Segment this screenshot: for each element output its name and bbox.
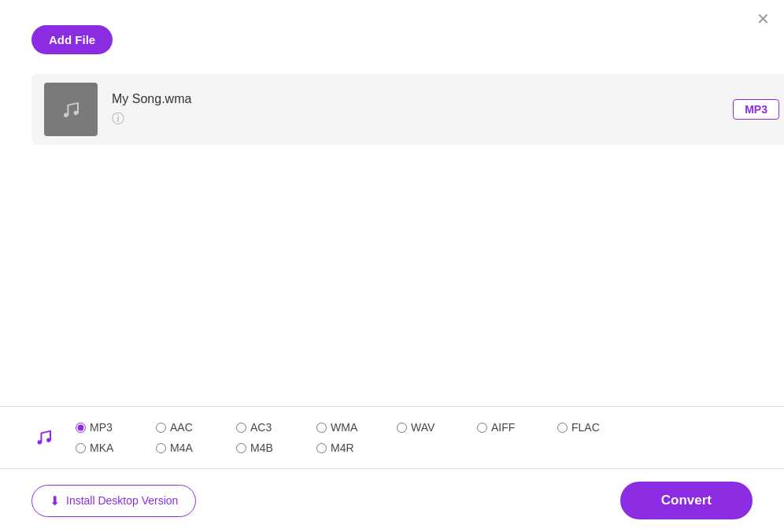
format-label-wma: WMA bbox=[331, 421, 357, 434]
format-label-flac: FLAC bbox=[571, 421, 600, 434]
format-label-mka: MKA bbox=[90, 441, 113, 454]
music-note-icon bbox=[57, 95, 85, 124]
download-icon: ⬇ bbox=[50, 493, 60, 508]
format-grid: MP3 AAC AC3 WMA WAV bbox=[76, 421, 753, 454]
format-option-m4b[interactable]: M4B bbox=[236, 441, 291, 454]
format-radio-m4a[interactable] bbox=[156, 443, 166, 453]
svg-point-0 bbox=[64, 113, 68, 117]
file-thumbnail bbox=[44, 83, 98, 136]
format-option-m4r[interactable]: M4R bbox=[316, 441, 372, 454]
close-window-button[interactable]: ✕ bbox=[756, 11, 770, 27]
install-desktop-button[interactable]: ⬇ Install Desktop Version bbox=[31, 485, 196, 517]
format-radio-m4b[interactable] bbox=[236, 443, 246, 453]
format-row-1: MP3 AAC AC3 WMA WAV bbox=[76, 421, 753, 434]
format-label-m4r: M4R bbox=[331, 441, 354, 454]
add-file-button[interactable]: Add File bbox=[31, 25, 113, 54]
format-option-wav[interactable]: WAV bbox=[397, 421, 452, 434]
format-radio-ac3[interactable] bbox=[236, 423, 246, 433]
format-label-aac: AAC bbox=[170, 421, 193, 434]
svg-point-2 bbox=[38, 440, 42, 444]
info-icon[interactable]: ⓘ bbox=[112, 112, 124, 125]
file-name: My Song.wma bbox=[112, 92, 733, 106]
format-option-mp3[interactable]: MP3 bbox=[76, 421, 131, 434]
music-icon-left bbox=[31, 423, 57, 453]
format-label-m4a: M4A bbox=[170, 441, 193, 454]
bottom-panel: MP3 AAC AC3 WMA WAV bbox=[0, 406, 784, 532]
svg-point-1 bbox=[74, 111, 78, 115]
format-label-aiff: AIFF bbox=[491, 421, 515, 434]
format-radio-aac[interactable] bbox=[156, 423, 166, 433]
format-label-wav: WAV bbox=[411, 421, 435, 434]
format-badge-button[interactable]: MP3 bbox=[733, 99, 779, 120]
install-label: Install Desktop Version bbox=[66, 494, 178, 507]
format-radio-mka[interactable] bbox=[76, 443, 86, 453]
file-card: My Song.wma ⓘ MP3 ⚙ ✕ bbox=[31, 74, 784, 145]
format-option-aac[interactable]: AAC bbox=[156, 421, 211, 434]
format-row-2: MKA M4A M4B M4R bbox=[76, 441, 753, 454]
format-option-m4a[interactable]: M4A bbox=[156, 441, 211, 454]
format-option-wma[interactable]: WMA bbox=[316, 421, 372, 434]
format-radio-m4r[interactable] bbox=[316, 443, 327, 453]
format-label-m4b: M4B bbox=[250, 441, 273, 454]
format-radio-mp3[interactable] bbox=[76, 423, 86, 433]
action-bar: ⬇ Install Desktop Version Convert bbox=[0, 469, 784, 532]
format-label-ac3: AC3 bbox=[250, 421, 272, 434]
format-option-ac3[interactable]: AC3 bbox=[236, 421, 291, 434]
convert-button[interactable]: Convert bbox=[620, 482, 753, 519]
format-radio-wav[interactable] bbox=[397, 423, 407, 433]
format-radio-aiff[interactable] bbox=[477, 423, 487, 433]
format-label-mp3: MP3 bbox=[90, 421, 113, 434]
format-radio-flac[interactable] bbox=[557, 423, 568, 433]
format-section: MP3 AAC AC3 WMA WAV bbox=[0, 406, 784, 469]
format-radio-wma[interactable] bbox=[316, 423, 327, 433]
format-option-aiff[interactable]: AIFF bbox=[477, 421, 532, 434]
file-info: My Song.wma ⓘ bbox=[112, 92, 733, 127]
svg-point-3 bbox=[46, 438, 50, 441]
file-actions: MP3 ⚙ bbox=[733, 99, 784, 120]
format-option-mka[interactable]: MKA bbox=[76, 441, 131, 454]
format-option-flac[interactable]: FLAC bbox=[557, 421, 612, 434]
